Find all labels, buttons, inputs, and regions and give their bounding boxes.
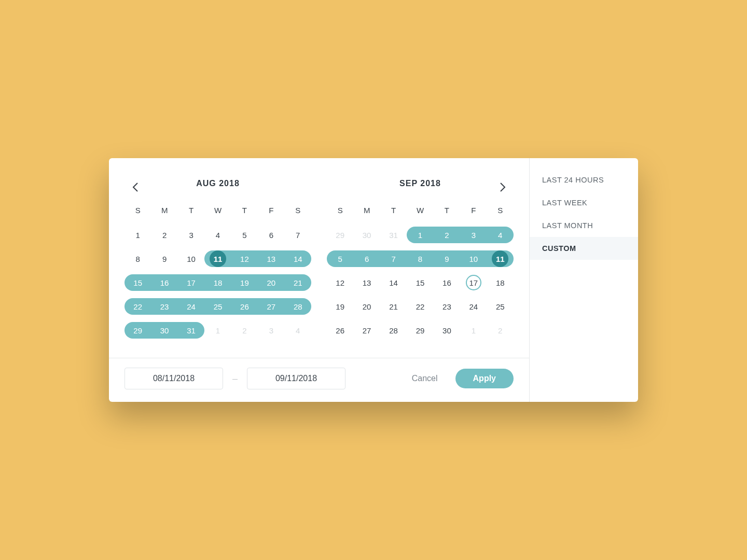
- day-number: 31: [389, 231, 398, 240]
- calendar-day[interactable]: 15: [407, 271, 433, 295]
- day-grid-left: 1234567891011121314151617181920212223242…: [125, 223, 311, 342]
- day-of-week-header: S: [125, 203, 151, 223]
- calendar-day[interactable]: 1: [125, 223, 151, 247]
- calendar-day[interactable]: 26: [327, 318, 353, 342]
- calendar-day[interactable]: 6: [258, 223, 284, 247]
- calendar-day[interactable]: 13: [353, 271, 380, 295]
- apply-button[interactable]: Apply: [455, 369, 514, 388]
- calendar-day[interactable]: 24: [460, 295, 487, 318]
- calendar-day[interactable]: 7: [380, 247, 407, 271]
- calendar-day[interactable]: 26: [231, 295, 258, 318]
- calendar-section: AUG 2018 SMTWTFS 12345678910111213141516…: [109, 158, 529, 402]
- calendar-day[interactable]: 20: [258, 271, 284, 295]
- calendar-day[interactable]: 25: [204, 295, 231, 318]
- calendar-day[interactable]: 2: [231, 318, 258, 342]
- calendar-day[interactable]: 28: [380, 318, 407, 342]
- calendar-day[interactable]: 23: [151, 295, 177, 318]
- day-of-week-header: T: [231, 203, 258, 223]
- day-number: 3: [269, 326, 273, 335]
- day-of-week-header: S: [487, 203, 514, 223]
- calendar-day[interactable]: 9: [434, 247, 460, 271]
- calendar-day[interactable]: 24: [178, 295, 204, 318]
- calendar-day[interactable]: 10: [460, 247, 487, 271]
- calendar-day[interactable]: 2: [151, 223, 177, 247]
- calendar-day[interactable]: 11: [204, 247, 231, 271]
- calendar-day[interactable]: 5: [231, 223, 258, 247]
- calendar-day[interactable]: 12: [327, 271, 353, 295]
- calendar-day[interactable]: 4: [285, 318, 311, 342]
- calendar-day[interactable]: 23: [434, 295, 460, 318]
- calendar-day[interactable]: 29: [407, 318, 433, 342]
- calendar-day[interactable]: 2: [434, 223, 460, 247]
- calendar-day[interactable]: 4: [204, 223, 231, 247]
- calendar-day[interactable]: 18: [204, 271, 231, 295]
- day-number: 4: [296, 326, 300, 335]
- preset-option[interactable]: LAST 24 HOURS: [530, 169, 638, 191]
- calendar-day[interactable]: 21: [380, 295, 407, 318]
- calendar-day[interactable]: 30: [353, 223, 380, 247]
- calendar-day[interactable]: 9: [151, 247, 177, 271]
- calendar-day[interactable]: 16: [434, 271, 460, 295]
- calendar-day[interactable]: 3: [460, 223, 487, 247]
- calendar-day[interactable]: 19: [327, 295, 353, 318]
- calendar-day[interactable]: 4: [487, 223, 514, 247]
- calendar-day[interactable]: 8: [407, 247, 433, 271]
- calendar-day[interactable]: 16: [151, 271, 177, 295]
- calendar-day[interactable]: 6: [353, 247, 380, 271]
- calendar-day[interactable]: 3: [258, 318, 284, 342]
- prev-month-button[interactable]: [130, 181, 142, 193]
- cancel-button[interactable]: Cancel: [404, 370, 446, 387]
- calendar-day[interactable]: 15: [125, 271, 151, 295]
- calendar-day[interactable]: 3: [178, 223, 204, 247]
- calendar-day[interactable]: 31: [178, 318, 204, 342]
- preset-option[interactable]: CUSTOM: [530, 237, 638, 260]
- calendar-day[interactable]: 1: [460, 318, 487, 342]
- calendar-day[interactable]: 28: [285, 295, 311, 318]
- calendar-day[interactable]: 1: [407, 223, 433, 247]
- calendar-day[interactable]: 14: [380, 271, 407, 295]
- preset-option[interactable]: LAST MONTH: [530, 214, 638, 237]
- end-date-input[interactable]: [247, 368, 345, 389]
- next-month-button[interactable]: [496, 181, 508, 193]
- calendar-day[interactable]: 11: [487, 247, 514, 271]
- calendar-day[interactable]: 30: [151, 318, 177, 342]
- chevron-right-icon: [496, 186, 508, 195]
- day-number: 2: [242, 326, 246, 335]
- calendar-day[interactable]: 20: [353, 295, 380, 318]
- calendar-day[interactable]: 21: [285, 271, 311, 295]
- calendar-day[interactable]: 27: [353, 318, 380, 342]
- calendar-day[interactable]: 31: [380, 223, 407, 247]
- calendar-day[interactable]: 22: [407, 295, 433, 318]
- day-number: 3: [472, 231, 476, 240]
- day-number: 7: [296, 231, 300, 240]
- day-number: 1: [472, 326, 476, 335]
- day-number: 18: [496, 278, 505, 287]
- calendar-day[interactable]: 19: [231, 271, 258, 295]
- day-number: 1: [418, 231, 422, 240]
- calendar-day[interactable]: 2: [487, 318, 514, 342]
- calendar-day[interactable]: 25: [487, 295, 514, 318]
- calendar-day[interactable]: 10: [178, 247, 204, 271]
- calendar-day[interactable]: 27: [258, 295, 284, 318]
- start-date-input[interactable]: [125, 368, 223, 389]
- day-number: 23: [160, 302, 169, 311]
- calendar-day[interactable]: 5: [327, 247, 353, 271]
- calendar-day[interactable]: 17: [460, 271, 487, 295]
- preset-option[interactable]: LAST WEEK: [530, 191, 638, 214]
- calendar-day[interactable]: 12: [231, 247, 258, 271]
- calendar-day[interactable]: 13: [258, 247, 284, 271]
- day-of-week-header: T: [380, 203, 407, 223]
- calendar-day[interactable]: 29: [125, 318, 151, 342]
- calendar-day[interactable]: 1: [204, 318, 231, 342]
- calendar-day[interactable]: 22: [125, 295, 151, 318]
- calendar-day[interactable]: 17: [178, 271, 204, 295]
- calendar-day[interactable]: 14: [285, 247, 311, 271]
- calendar-day[interactable]: 7: [285, 223, 311, 247]
- calendar-day[interactable]: 18: [487, 271, 514, 295]
- calendar-day[interactable]: 8: [125, 247, 151, 271]
- calendar-day[interactable]: 30: [434, 318, 460, 342]
- calendar-day[interactable]: 29: [327, 223, 353, 247]
- month-title-right: SEP 2018: [327, 179, 514, 188]
- day-number: 15: [133, 278, 142, 287]
- day-number: 21: [389, 302, 398, 311]
